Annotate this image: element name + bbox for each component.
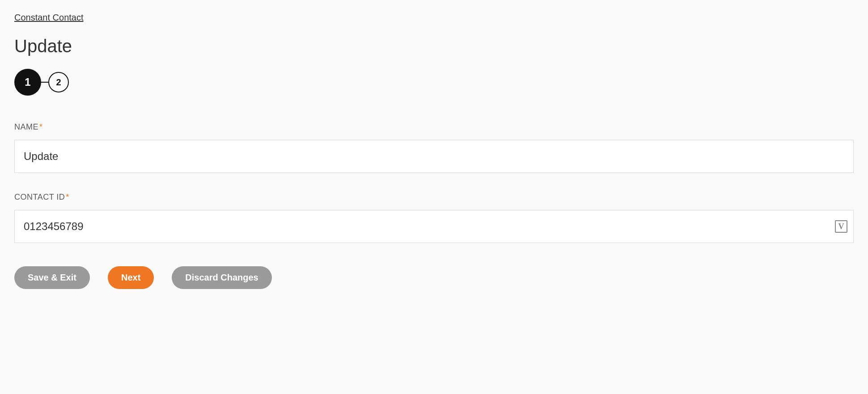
page-title: Update [14,36,854,56]
name-label: NAME* [14,122,854,132]
page-container: Constant Contact Update 1 2 NAME* CONTAC… [0,0,868,307]
form-group-name: NAME* [14,122,854,173]
button-row: Save & Exit Next Discard Changes [14,266,854,289]
step-2[interactable]: 2 [48,72,69,92]
save-exit-button[interactable]: Save & Exit [14,266,90,289]
contact-id-label: CONTACT ID* [14,193,854,202]
step-connector [41,82,48,83]
breadcrumb-link[interactable]: Constant Contact [14,13,84,23]
contact-id-label-text: CONTACT ID [14,193,65,201]
name-label-text: NAME [14,122,38,131]
contact-id-input-wrap: V [14,210,854,243]
stepper: 1 2 [14,69,854,96]
step-1[interactable]: 1 [14,69,41,96]
required-mark: * [39,122,43,131]
discard-changes-button[interactable]: Discard Changes [172,266,271,289]
name-input-wrap [14,140,854,173]
next-button[interactable]: Next [108,266,154,289]
name-input[interactable] [14,140,854,173]
required-mark: * [66,193,69,201]
variable-icon[interactable]: V [835,220,847,233]
contact-id-input[interactable] [14,210,854,243]
form-group-contact-id: CONTACT ID* V [14,193,854,243]
